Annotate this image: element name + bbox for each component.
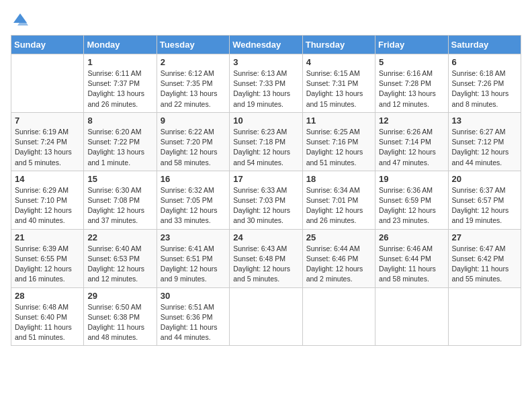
calendar-cell: 18Sunrise: 6:34 AM Sunset: 7:01 PM Dayli… (302, 171, 375, 229)
calendar-cell: 2Sunrise: 6:12 AM Sunset: 7:35 PM Daylig… (157, 54, 229, 113)
calendar-cell: 21Sunrise: 6:39 AM Sunset: 6:55 PM Dayli… (11, 229, 84, 287)
day-number: 30 (161, 291, 226, 301)
day-info: Sunrise: 6:22 AM Sunset: 7:20 PM Dayligh… (161, 127, 226, 168)
day-number: 23 (161, 232, 226, 242)
day-number: 13 (452, 116, 517, 126)
day-number: 6 (452, 57, 517, 67)
day-number: 9 (161, 116, 226, 126)
calendar-cell: 15Sunrise: 6:30 AM Sunset: 7:08 PM Dayli… (84, 171, 157, 229)
day-number: 28 (15, 291, 80, 301)
weekday-header-row: SundayMondayTuesdayWednesdayThursdayFrid… (11, 36, 521, 54)
day-info: Sunrise: 6:50 AM Sunset: 6:38 PM Dayligh… (87, 302, 152, 343)
logo-icon (11, 11, 30, 30)
weekday-sunday: Sunday (11, 36, 84, 54)
day-info: Sunrise: 6:40 AM Sunset: 6:53 PM Dayligh… (87, 244, 152, 285)
calendar-cell: 6Sunrise: 6:18 AM Sunset: 7:26 PM Daylig… (448, 54, 521, 113)
day-number: 18 (306, 174, 371, 184)
day-number: 1 (87, 57, 152, 67)
calendar-cell: 1Sunrise: 6:11 AM Sunset: 7:37 PM Daylig… (84, 54, 157, 113)
day-number: 11 (306, 116, 371, 126)
day-number: 7 (15, 116, 80, 126)
day-number: 5 (379, 57, 444, 67)
calendar-cell: 27Sunrise: 6:47 AM Sunset: 6:42 PM Dayli… (448, 229, 521, 287)
calendar-cell: 13Sunrise: 6:27 AM Sunset: 7:12 PM Dayli… (448, 112, 521, 171)
weekday-saturday: Saturday (448, 36, 521, 54)
weekday-tuesday: Tuesday (157, 36, 229, 54)
calendar-cell: 22Sunrise: 6:40 AM Sunset: 6:53 PM Dayli… (84, 229, 157, 287)
page-header (11, 11, 521, 30)
day-number: 29 (87, 291, 152, 301)
day-number: 20 (452, 174, 517, 184)
day-number: 24 (233, 232, 298, 242)
calendar-cell: 28Sunrise: 6:48 AM Sunset: 6:40 PM Dayli… (11, 287, 84, 346)
day-info: Sunrise: 6:29 AM Sunset: 7:10 PM Dayligh… (15, 185, 80, 226)
calendar-cell: 14Sunrise: 6:29 AM Sunset: 7:10 PM Dayli… (11, 171, 84, 229)
calendar-body: 1Sunrise: 6:11 AM Sunset: 7:37 PM Daylig… (11, 54, 521, 346)
day-info: Sunrise: 6:15 AM Sunset: 7:31 PM Dayligh… (306, 68, 371, 109)
day-info: Sunrise: 6:43 AM Sunset: 6:48 PM Dayligh… (233, 244, 298, 285)
calendar-cell: 24Sunrise: 6:43 AM Sunset: 6:48 PM Dayli… (230, 229, 302, 287)
day-info: Sunrise: 6:25 AM Sunset: 7:16 PM Dayligh… (306, 127, 371, 168)
day-number: 8 (87, 116, 152, 126)
day-number: 22 (87, 232, 152, 242)
calendar-cell: 11Sunrise: 6:25 AM Sunset: 7:16 PM Dayli… (302, 112, 375, 171)
calendar-cell (448, 287, 521, 346)
day-number: 26 (379, 232, 444, 242)
calendar-cell: 25Sunrise: 6:44 AM Sunset: 6:46 PM Dayli… (302, 229, 375, 287)
calendar-cell: 8Sunrise: 6:20 AM Sunset: 7:22 PM Daylig… (84, 112, 157, 171)
calendar-cell: 30Sunrise: 6:51 AM Sunset: 6:36 PM Dayli… (157, 287, 229, 346)
day-info: Sunrise: 6:47 AM Sunset: 6:42 PM Dayligh… (452, 244, 517, 285)
day-number: 17 (233, 174, 298, 184)
day-number: 14 (15, 174, 80, 184)
weekday-monday: Monday (84, 36, 157, 54)
day-info: Sunrise: 6:18 AM Sunset: 7:26 PM Dayligh… (452, 68, 517, 109)
day-number: 19 (379, 174, 444, 184)
calendar-week-1: 1Sunrise: 6:11 AM Sunset: 7:37 PM Daylig… (11, 54, 521, 113)
calendar-cell: 9Sunrise: 6:22 AM Sunset: 7:20 PM Daylig… (157, 112, 229, 171)
calendar-cell: 20Sunrise: 6:37 AM Sunset: 6:57 PM Dayli… (448, 171, 521, 229)
day-number: 2 (161, 57, 226, 67)
day-info: Sunrise: 6:46 AM Sunset: 6:44 PM Dayligh… (379, 244, 444, 285)
day-number: 4 (306, 57, 371, 67)
day-info: Sunrise: 6:20 AM Sunset: 7:22 PM Dayligh… (87, 127, 152, 168)
day-info: Sunrise: 6:23 AM Sunset: 7:18 PM Dayligh… (233, 127, 298, 168)
logo (11, 11, 30, 30)
day-info: Sunrise: 6:44 AM Sunset: 6:46 PM Dayligh… (306, 244, 371, 285)
day-info: Sunrise: 6:16 AM Sunset: 7:28 PM Dayligh… (379, 68, 444, 109)
day-info: Sunrise: 6:30 AM Sunset: 7:08 PM Dayligh… (87, 185, 152, 226)
calendar-cell: 4Sunrise: 6:15 AM Sunset: 7:31 PM Daylig… (302, 54, 375, 113)
weekday-thursday: Thursday (302, 36, 375, 54)
calendar-table: SundayMondayTuesdayWednesdayThursdayFrid… (11, 35, 521, 346)
day-info: Sunrise: 6:11 AM Sunset: 7:37 PM Dayligh… (87, 68, 152, 109)
day-number: 25 (306, 232, 371, 242)
day-info: Sunrise: 6:19 AM Sunset: 7:24 PM Dayligh… (15, 127, 80, 168)
day-number: 27 (452, 232, 517, 242)
day-info: Sunrise: 6:26 AM Sunset: 7:14 PM Dayligh… (379, 127, 444, 168)
day-info: Sunrise: 6:48 AM Sunset: 6:40 PM Dayligh… (15, 302, 80, 343)
day-info: Sunrise: 6:37 AM Sunset: 6:57 PM Dayligh… (452, 185, 517, 226)
calendar-week-3: 14Sunrise: 6:29 AM Sunset: 7:10 PM Dayli… (11, 171, 521, 229)
day-number: 12 (379, 116, 444, 126)
day-info: Sunrise: 6:34 AM Sunset: 7:01 PM Dayligh… (306, 185, 371, 226)
day-info: Sunrise: 6:39 AM Sunset: 6:55 PM Dayligh… (15, 244, 80, 285)
calendar-cell: 7Sunrise: 6:19 AM Sunset: 7:24 PM Daylig… (11, 112, 84, 171)
calendar-cell (230, 287, 302, 346)
day-number: 15 (87, 174, 152, 184)
calendar-cell: 5Sunrise: 6:16 AM Sunset: 7:28 PM Daylig… (375, 54, 448, 113)
calendar-week-4: 21Sunrise: 6:39 AM Sunset: 6:55 PM Dayli… (11, 229, 521, 287)
calendar-week-2: 7Sunrise: 6:19 AM Sunset: 7:24 PM Daylig… (11, 112, 521, 171)
calendar-cell: 16Sunrise: 6:32 AM Sunset: 7:05 PM Dayli… (157, 171, 229, 229)
calendar-cell: 29Sunrise: 6:50 AM Sunset: 6:38 PM Dayli… (84, 287, 157, 346)
day-info: Sunrise: 6:27 AM Sunset: 7:12 PM Dayligh… (452, 127, 517, 168)
calendar-cell (375, 287, 448, 346)
weekday-friday: Friday (375, 36, 448, 54)
day-info: Sunrise: 6:36 AM Sunset: 6:59 PM Dayligh… (379, 185, 444, 226)
day-info: Sunrise: 6:41 AM Sunset: 6:51 PM Dayligh… (161, 244, 226, 285)
calendar-cell: 12Sunrise: 6:26 AM Sunset: 7:14 PM Dayli… (375, 112, 448, 171)
day-info: Sunrise: 6:33 AM Sunset: 7:03 PM Dayligh… (233, 185, 298, 226)
calendar-cell: 17Sunrise: 6:33 AM Sunset: 7:03 PM Dayli… (230, 171, 302, 229)
calendar-cell (11, 54, 84, 113)
calendar-cell: 10Sunrise: 6:23 AM Sunset: 7:18 PM Dayli… (230, 112, 302, 171)
day-number: 21 (15, 232, 80, 242)
day-number: 3 (233, 57, 298, 67)
